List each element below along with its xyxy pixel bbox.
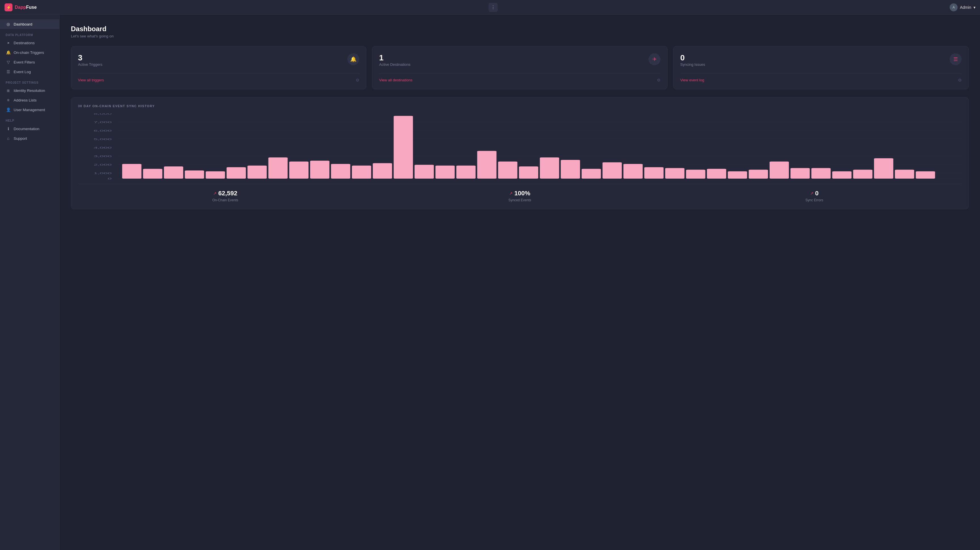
svg-text:3,000: 3,000 [94,155,112,157]
sidebar-item-label: Support [14,137,27,141]
stat-label-destinations: Active Destinations [379,62,410,67]
svg-rect-25 [268,157,288,179]
sidebar-item-label: On-chain Triggers [14,51,44,55]
sidebar-item-label: Destinations [14,41,35,45]
stat-number-syncing: 0 [680,53,705,62]
chevron-down-icon: ▾ [974,5,975,10]
events-value: 62,592 [218,190,237,197]
sidebar-item-identity-resolution[interactable]: ⊞ Identity Resolution [0,86,59,95]
stat-card-triggers: 3 Active Triggers 🔔 View all triggers ⊙ [71,46,366,89]
three-dots-button[interactable]: ⋮ [488,3,498,12]
stat-footer-syncing: View event log ⊙ [680,73,962,82]
svg-rect-18 [122,164,142,179]
chart-stat-errors: ↗ 0 Sync Errors [667,190,962,202]
lists-icon: ≡ [6,98,11,102]
avatar: A [950,3,958,11]
layout: ◎ Dashboard DATA PLATFORM ➤ Destinations… [0,15,980,550]
svg-rect-42 [623,164,643,179]
sidebar-section-project-settings: PROJECT SETTINGS [0,76,59,86]
sidebar-item-onchain-triggers[interactable]: 🔔 On-chain Triggers [0,48,59,57]
svg-rect-56 [916,171,935,179]
sidebar-item-user-management[interactable]: 👤 User Management [0,105,59,114]
svg-text:2,000: 2,000 [94,163,112,166]
sidebar-item-documentation[interactable]: ℹ Documentation [0,124,59,134]
arrow-icon: ⊙ [657,78,660,82]
trend-icon-synced: ↗ [509,191,513,196]
errors-value-row: ↗ 0 [810,190,819,197]
stat-icon-destinations: ✈ [649,53,660,65]
admin-button[interactable]: A Admin ▾ [950,3,975,11]
svg-text:5,000: 5,000 [94,138,112,141]
sidebar-item-event-log[interactable]: ☰ Event Log [0,67,59,76]
svg-rect-39 [561,160,580,179]
filter-icon: ▽ [6,60,11,64]
svg-rect-31 [394,116,413,179]
svg-rect-54 [874,158,893,179]
errors-label: Sync Errors [805,198,823,202]
sidebar-item-label: Identity Resolution [14,89,45,93]
arrow-icon: ⊙ [958,78,962,82]
chart-section: 30 DAY ON-CHAIN EVENT SYNC HISTORY 8,000… [71,97,969,209]
synced-label: Synced Events [508,198,531,202]
synced-value: 100% [514,190,530,197]
sidebar-item-address-lists[interactable]: ≡ Address Lists [0,95,59,105]
sidebar-item-support[interactable]: ⌂ Support [0,134,59,143]
trend-icon-events: ↗ [213,191,216,196]
trend-icon-errors: ↗ [810,191,813,196]
view-all-triggers-link[interactable]: View all triggers [78,78,104,82]
bell-stat-icon: 🔔 [350,56,356,62]
svg-rect-43 [644,167,663,179]
events-value-row: ↗ 62,592 [213,190,237,197]
events-label: On-Chain Events [212,198,238,202]
svg-rect-48 [749,170,768,179]
view-event-log-link[interactable]: View event log [680,78,704,82]
svg-rect-45 [686,170,705,179]
svg-rect-36 [498,162,517,179]
svg-rect-41 [603,162,622,179]
svg-rect-24 [248,165,267,179]
home-icon: ⌂ [6,136,11,141]
stat-card-syncing: 0 Syncing Issues ☰ View event log ⊙ [673,46,969,89]
svg-rect-22 [205,171,225,179]
admin-label: Admin [960,5,971,10]
chart-stat-events: ↗ 62,592 On-Chain Events [78,190,372,202]
svg-rect-26 [289,162,309,179]
list-icon: ☰ [6,70,11,74]
svg-text:8,000: 8,000 [94,113,112,115]
top-header: ⚡ DappFuse ⋮ A Admin ▾ [0,0,980,15]
sidebar-item-label: Dashboard [14,22,32,26]
stat-footer-triggers: View all triggers ⊙ [78,73,359,82]
logo-text: DappFuse [15,5,37,10]
svg-rect-50 [791,168,810,179]
svg-rect-23 [227,167,246,179]
stats-row: 3 Active Triggers 🔔 View all triggers ⊙ … [71,46,969,89]
svg-text:4,000: 4,000 [94,146,112,149]
stat-card-destinations: 1 Active Destinations ✈ View all destina… [372,46,668,89]
svg-rect-40 [582,169,601,179]
sidebar-item-label: Event Filters [14,60,35,64]
stat-top: 3 Active Triggers 🔔 [78,53,359,72]
stat-icon-syncing: ☰ [950,53,962,65]
svg-rect-46 [707,169,726,179]
destinations-icon: ➤ [6,41,11,45]
chart-svg: 8,000 7,000 6,000 5,000 4,000 3,000 2,00… [78,113,962,181]
sidebar-item-label: Address Lists [14,98,37,102]
sidebar-item-event-filters[interactable]: ▽ Event Filters [0,57,59,67]
bell-icon: 🔔 [6,50,11,55]
sidebar-item-label: Documentation [14,127,40,131]
svg-rect-20 [164,167,183,179]
view-all-destinations-link[interactable]: View all destinations [379,78,413,82]
sidebar-item-destinations[interactable]: ➤ Destinations [0,38,59,48]
errors-value: 0 [815,190,819,197]
svg-rect-51 [811,168,830,179]
logo-area: ⚡ DappFuse [5,3,37,11]
svg-text:6,000: 6,000 [94,129,112,132]
stat-number-destinations: 1 [379,53,410,62]
svg-text:0: 0 [108,177,112,180]
svg-rect-52 [832,171,851,179]
stat-top: 1 Active Destinations ✈ [379,53,660,72]
chart-stat-synced: ↗ 100% Synced Events [372,190,667,202]
stat-label-syncing: Syncing Issues [680,62,705,67]
sidebar-item-dashboard[interactable]: ◎ Dashboard [0,19,59,29]
svg-rect-32 [415,165,434,179]
